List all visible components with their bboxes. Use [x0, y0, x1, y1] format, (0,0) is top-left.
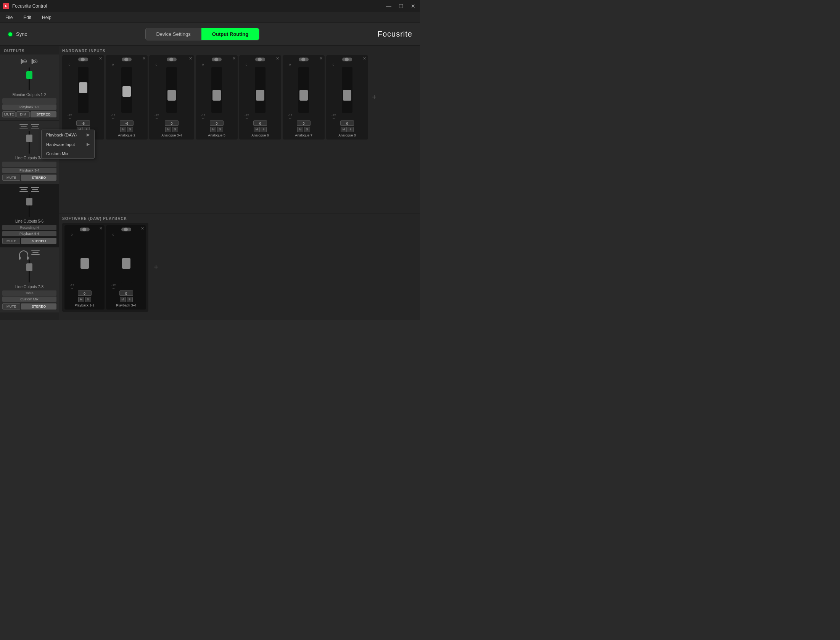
fader-thumb-analogue-7[interactable]: [299, 90, 308, 101]
fader-thumb-analogue-8[interactable]: [343, 90, 351, 101]
output-channel-5-6: Line Outputs 5-6 Recording H Playback 5-…: [0, 184, 59, 247]
channel-source-5-6[interactable]: Recording H: [2, 225, 56, 230]
gain-playback-1-2[interactable]: 0: [78, 290, 92, 296]
knob-playback-3-4[interactable]: [121, 228, 131, 231]
m-btn-analogue-7[interactable]: M: [297, 127, 303, 132]
channel-playback-3-4[interactable]: Playback 3-4: [2, 168, 56, 173]
mute-button-5-6[interactable]: MUTE: [2, 238, 20, 244]
menu-help[interactable]: Help: [40, 14, 54, 21]
close-playback-1-2[interactable]: ✕: [99, 226, 103, 231]
gain-analogue-7[interactable]: 0: [297, 120, 311, 126]
m-btn-playback-3-4[interactable]: M: [120, 297, 126, 302]
close-playback-3-4[interactable]: ✕: [141, 226, 144, 231]
knob-playback-1-2[interactable]: [80, 228, 90, 231]
minimize-button[interactable]: —: [385, 2, 393, 10]
m-btn-analogue-8[interactable]: M: [341, 127, 347, 132]
dropdown-item-custom-mix[interactable]: Custom Mix: [42, 149, 94, 158]
gain-analogue-3-4[interactable]: 0: [165, 120, 179, 126]
m-btn-analogue-3-4[interactable]: M: [165, 127, 171, 132]
channel-source-7-8[interactable]: Table: [2, 290, 56, 296]
menu-edit[interactable]: Edit: [21, 14, 34, 21]
fader-5-6-thumb[interactable]: [26, 198, 32, 205]
add-playback-button[interactable]: +: [151, 263, 161, 272]
gain-analogue-8[interactable]: 0: [340, 120, 354, 126]
maximize-button[interactable]: ☐: [397, 2, 405, 10]
db-bot-6: -∞: [241, 117, 280, 120]
fader-1-2-thumb[interactable]: [26, 71, 32, 79]
gain-analogue-2[interactable]: -6: [120, 120, 134, 126]
dropdown-item-hardware-input[interactable]: Hardware Input ▶: [42, 140, 94, 149]
knob-analogue-2[interactable]: [122, 58, 132, 61]
knob-analogue-1[interactable]: [78, 58, 88, 61]
s-btn-analogue-2[interactable]: S: [127, 127, 133, 132]
fader-thumb-playback-3-4[interactable]: [122, 258, 130, 269]
line-icon-4-bar1: [31, 124, 39, 125]
close-analogue-2[interactable]: ✕: [142, 56, 146, 61]
stereo-button-3-4[interactable]: STEREO: [21, 175, 56, 181]
line-icon-3-bar2: [21, 126, 27, 127]
channel-playback-1-2[interactable]: Playback 1-2: [2, 104, 56, 110]
tab-output-routing[interactable]: Output Routing: [201, 28, 259, 40]
stereo-button-7-8[interactable]: STEREO: [21, 303, 56, 310]
dim-button-1-2[interactable]: DIM: [16, 111, 30, 117]
close-analogue-7[interactable]: ✕: [319, 56, 323, 61]
fader-thumb-analogue-2[interactable]: [122, 86, 131, 97]
gain-analogue-5[interactable]: 0: [210, 120, 224, 126]
gain-analogue-1[interactable]: -8: [76, 120, 90, 126]
channel-playback-7-8[interactable]: Custom Mix: [2, 297, 56, 302]
knob-analogue-8[interactable]: [342, 58, 352, 61]
fader-7-8-wrapper: [2, 260, 56, 282]
channel-playback-5-6[interactable]: Playback 5-6: [2, 231, 56, 236]
close-analogue-8[interactable]: ✕: [363, 56, 366, 61]
s-btn-analogue-6[interactable]: S: [261, 127, 267, 132]
knob-analogue-5[interactable]: [212, 58, 222, 61]
m-btn-analogue-6[interactable]: M: [254, 127, 260, 132]
mute-button-7-8[interactable]: MUTE: [2, 303, 20, 310]
knob-analogue-3-4[interactable]: [167, 58, 177, 61]
fader-thumb-playback-1-2[interactable]: [80, 258, 89, 269]
knob-analogue-7[interactable]: [299, 58, 309, 61]
dropdown-item-playback-daw[interactable]: Playback (DAW) ▶: [42, 130, 94, 140]
stereo-button-5-6[interactable]: STEREO: [21, 238, 56, 244]
s-btn-playback-3-4[interactable]: S: [127, 297, 133, 302]
s-btn-analogue-5[interactable]: S: [217, 127, 223, 132]
s-btn-analogue-3-4[interactable]: S: [172, 127, 178, 132]
gain-analogue-6[interactable]: 0: [253, 120, 267, 126]
fader-thumb-analogue-1[interactable]: [79, 82, 87, 93]
close-button[interactable]: ✕: [409, 2, 417, 10]
stereo-button-1-2[interactable]: STEREO: [31, 111, 56, 117]
channel-buttons-5-6: MUTE STEREO: [2, 238, 56, 244]
fader-thumb-analogue-3-4[interactable]: [167, 90, 176, 101]
s-btn-analogue-8[interactable]: S: [348, 127, 354, 132]
fader-3-4-thumb[interactable]: [26, 135, 32, 142]
m-btn-analogue-5[interactable]: M: [210, 127, 216, 132]
close-analogue-5[interactable]: ✕: [232, 56, 236, 61]
dropdown-menu: Playback (DAW) ▶ Hardware Input ▶ Custom…: [41, 130, 95, 159]
m-btn-analogue-2[interactable]: M: [120, 127, 126, 132]
dropdown-label-playback-daw: Playback (DAW): [46, 133, 77, 137]
s-btn-playback-1-2[interactable]: S: [85, 297, 91, 302]
svg-rect-4: [32, 59, 33, 64]
close-analogue-6[interactable]: ✕: [276, 56, 279, 61]
fader-7-8-thumb[interactable]: [26, 263, 32, 271]
add-hardware-input-button[interactable]: +: [370, 93, 379, 102]
close-analogue-1[interactable]: ✕: [99, 56, 102, 61]
fader-7-8-track: [29, 260, 30, 282]
fader-thumb-analogue-6[interactable]: [256, 90, 264, 101]
fader-thumb-analogue-5[interactable]: [212, 90, 221, 101]
tab-device-settings[interactable]: Device Settings: [146, 28, 201, 40]
db-top-1: -0: [64, 63, 103, 66]
gain-playback-3-4[interactable]: 0: [119, 290, 133, 296]
close-analogue-3-4[interactable]: ✕: [189, 56, 192, 61]
s-btn-analogue-7[interactable]: S: [304, 127, 310, 132]
db-top-5: -0: [197, 63, 236, 66]
ch-name-playback-3-4: Playback 3-4: [116, 303, 136, 307]
menu-file[interactable]: File: [3, 14, 15, 21]
knob-analogue-6[interactable]: [255, 58, 265, 61]
ms-analogue-6: M S: [254, 127, 267, 132]
line-icon-4-bar2: [32, 126, 38, 127]
mute-button-1-2[interactable]: MUTE: [2, 111, 16, 117]
m-btn-playback-1-2[interactable]: M: [78, 297, 84, 302]
channel-label-1-2: Monitor Outputs 1-2: [2, 93, 56, 97]
mute-button-3-4[interactable]: MUTE: [2, 175, 20, 181]
